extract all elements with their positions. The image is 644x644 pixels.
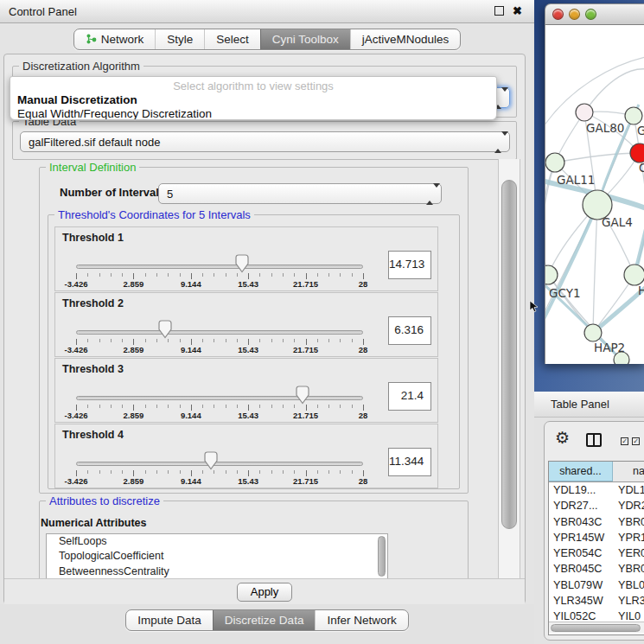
cell-shared-name[interactable]: YDL19... bbox=[549, 482, 613, 498]
attribute-item-betweennesscentrality[interactable]: BetweennessCentrality bbox=[47, 564, 387, 579]
cell-name[interactable]: YER0 bbox=[613, 545, 644, 561]
tick-label: -3.426 bbox=[65, 476, 88, 486]
table-row[interactable]: YBL079WYBL0 bbox=[549, 577, 644, 593]
slider-track[interactable] bbox=[76, 462, 363, 466]
apply-button[interactable]: Apply bbox=[237, 583, 292, 602]
cell-shared-name[interactable]: YER054C bbox=[549, 545, 613, 561]
tick-major bbox=[248, 405, 249, 411]
cell-name[interactable]: YLR3 bbox=[613, 593, 644, 609]
cell-shared-name[interactable]: YBR045C bbox=[549, 561, 613, 577]
table-rows: YDL19...YDL1YDR27...YDR2YBR043CYBR0YPR14… bbox=[549, 482, 644, 622]
column-header-shared-name[interactable]: shared... bbox=[549, 462, 613, 481]
tick-label: 21.715 bbox=[293, 476, 318, 486]
tab-style[interactable]: Style bbox=[155, 29, 204, 49]
network-node[interactable] bbox=[630, 143, 644, 163]
table-row[interactable]: YBR043CYBR0 bbox=[549, 514, 644, 530]
tab-impute-data[interactable]: Impute Data bbox=[126, 610, 213, 630]
threshold-value-field[interactable]: 11.344 bbox=[388, 448, 431, 476]
slider-thumb[interactable] bbox=[296, 386, 309, 405]
split-pane-icon[interactable] bbox=[586, 433, 602, 447]
cell-shared-name[interactable]: YBR043C bbox=[549, 514, 613, 530]
checkbox-icon[interactable]: ✓ bbox=[632, 437, 640, 445]
numerical-attributes-list[interactable]: SelfLoopsTopologicalCoefficientBetweenne… bbox=[46, 533, 388, 579]
cell-shared-name[interactable]: YPR145W bbox=[549, 530, 613, 545]
cell-name[interactable]: YBL0 bbox=[613, 577, 644, 593]
dropdown-option-equal-width-frequency-discretization[interactable]: Equal Width/Frequency Discretization bbox=[10, 107, 496, 120]
table-row[interactable]: YER054CYER0 bbox=[549, 545, 644, 561]
table-row[interactable]: YLR345WYLR3 bbox=[549, 593, 644, 609]
node-label-gcy1: GCY1 bbox=[549, 286, 581, 300]
cell-name[interactable]: YDR2 bbox=[613, 498, 644, 513]
gear-icon[interactable]: ⚙ bbox=[555, 430, 570, 446]
tick-minor bbox=[259, 405, 260, 408]
slider-thumb[interactable] bbox=[158, 320, 172, 339]
threshold-panel-4: Threshold 4-3.4262.8599.14415.4321.71528… bbox=[54, 424, 438, 488]
tab-discretize-data[interactable]: Discretize Data bbox=[213, 610, 316, 630]
tick-minor bbox=[87, 405, 88, 408]
horizontal-scrollbar-thumb[interactable] bbox=[551, 624, 641, 632]
tick-label: 2.859 bbox=[124, 411, 144, 420]
table-row[interactable]: YDR27...YDR2 bbox=[549, 498, 644, 513]
table-row[interactable]: YIL052CYIL0 bbox=[549, 609, 644, 622]
cell-name[interactable]: YBR0 bbox=[613, 514, 644, 530]
network-node-gcy1[interactable] bbox=[545, 265, 558, 284]
cell-name[interactable]: YBR0 bbox=[613, 561, 644, 577]
cell-shared-name[interactable]: YDR27... bbox=[549, 498, 613, 513]
tab-jactivemnodules[interactable]: jActiveMNodules bbox=[350, 29, 461, 49]
tab-network[interactable]: Network bbox=[74, 29, 156, 49]
minimize-traffic-light[interactable] bbox=[569, 9, 580, 20]
dropdown-option-manual-discretization[interactable]: Manual Discretization bbox=[10, 93, 496, 107]
attribute-item-selfloops[interactable]: SelfLoops bbox=[47, 534, 387, 549]
network-canvas[interactable]: GAL80GACGAL11GAL4GCY1HHAP2 bbox=[545, 25, 644, 364]
network-node[interactable] bbox=[625, 107, 642, 124]
close-traffic-light[interactable] bbox=[552, 9, 564, 20]
cell-name[interactable]: YIL0 bbox=[613, 609, 641, 622]
cell-shared-name[interactable]: YLR345W bbox=[549, 593, 613, 609]
network-node[interactable] bbox=[624, 265, 644, 285]
network-node-gal80[interactable] bbox=[576, 104, 593, 121]
tick-minor bbox=[271, 470, 272, 474]
cell-name[interactable]: YPR1 bbox=[613, 530, 644, 545]
table-data-combobox[interactable]: galFiltered.sif default node bbox=[20, 131, 510, 152]
vertical-scrollbar[interactable] bbox=[498, 159, 520, 602]
cell-name[interactable]: YDL1 bbox=[613, 482, 644, 498]
slider-track[interactable] bbox=[76, 396, 363, 400]
attribute-item-topologicalcoefficient[interactable]: TopologicalCoefficient bbox=[47, 549, 387, 564]
tab-cyni-toolbox[interactable]: Cyni Toolbox bbox=[260, 29, 350, 49]
table-row[interactable]: YPR145WYPR1 bbox=[549, 530, 644, 545]
node-label-ga: GA bbox=[637, 124, 644, 137]
vertical-scrollbar-thumb[interactable] bbox=[501, 180, 517, 529]
table-row[interactable]: YBR045CYBR0 bbox=[549, 561, 644, 577]
close-icon[interactable]: ✖ bbox=[513, 6, 522, 16]
tick-minor bbox=[259, 273, 260, 277]
float-window-icon[interactable] bbox=[494, 6, 504, 16]
threshold-value-field[interactable]: 6.316 bbox=[388, 316, 431, 345]
tick-minor bbox=[99, 273, 100, 277]
checkbox-icon[interactable]: ✓ bbox=[621, 437, 628, 445]
number-of-intervals-combobox[interactable]: 5 bbox=[158, 183, 442, 204]
horizontal-scrollbar[interactable] bbox=[549, 622, 644, 633]
cell-shared-name[interactable]: YIL052C bbox=[549, 609, 613, 622]
zoom-traffic-light[interactable] bbox=[585, 9, 596, 20]
tick-minor bbox=[87, 470, 88, 474]
threshold-value-field[interactable]: 14.713 bbox=[388, 251, 431, 279]
tab-label: Network bbox=[101, 29, 144, 49]
tab-select[interactable]: Select bbox=[204, 29, 260, 49]
tick-minor bbox=[180, 405, 181, 408]
slider-thumb[interactable] bbox=[235, 254, 249, 273]
network-node-hap2[interactable] bbox=[584, 324, 602, 341]
slider-track[interactable] bbox=[76, 265, 363, 269]
network-node-gal11[interactable] bbox=[545, 153, 564, 172]
network-window-titlebar[interactable] bbox=[545, 3, 644, 25]
slider-thumb[interactable] bbox=[204, 451, 218, 470]
number-of-intervals-label: Number of Intervals bbox=[60, 186, 165, 199]
tab-infer-network[interactable]: Infer Network bbox=[315, 610, 407, 630]
cell-shared-name[interactable]: YBL079W bbox=[549, 577, 613, 593]
tick-minor bbox=[226, 273, 226, 277]
list-scrollbar-thumb[interactable] bbox=[378, 536, 386, 577]
tick-major bbox=[133, 470, 134, 476]
threshold-value-field[interactable]: 21.4 bbox=[388, 382, 431, 411]
slider-track[interactable] bbox=[76, 330, 363, 335]
column-header-name[interactable]: na bbox=[613, 462, 644, 481]
table-row[interactable]: YDL19...YDL1 bbox=[549, 482, 644, 498]
